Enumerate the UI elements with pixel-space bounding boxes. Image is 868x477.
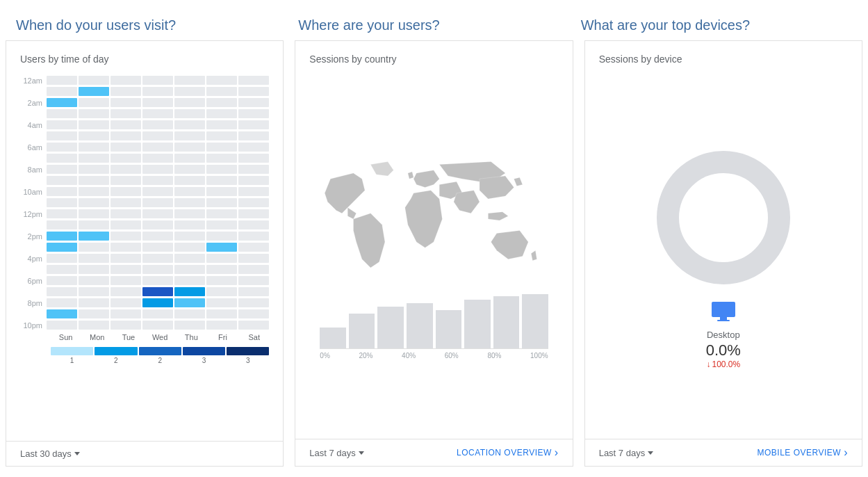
time-label-8am: 8am	[20, 165, 47, 174]
chevron-down-icon-1	[74, 452, 80, 455]
time-label-12pm: 12pm	[20, 210, 47, 218]
panel-time-of-day: Users by time of day 12am 2am 4am	[6, 40, 284, 467]
panel-3-footer: Last 7 days MOBILE OVERVIEW ›	[585, 439, 862, 466]
svg-rect-4	[717, 320, 730, 321]
period-selector-2[interactable]: Last 7 days	[309, 448, 364, 458]
day-fri: Fri	[208, 333, 238, 341]
device-info: Desktop 0.0% ↓ 100.0%	[706, 301, 741, 369]
time-label-4pm: 4pm	[20, 254, 47, 263]
panel-2-header: Sessions by country	[295, 41, 572, 72]
day-sun: Sun	[51, 333, 81, 341]
location-overview-label: LOCATION OVERVIEW	[457, 448, 552, 458]
legend-num-5: 3	[246, 357, 250, 364]
legend-num-1: 1	[70, 357, 74, 364]
time-label-12am: 12am	[20, 76, 47, 85]
period-selector-3[interactable]: Last 7 days	[599, 448, 654, 458]
bar-axis: 0% 20% 40% 60% 80% 100%	[320, 352, 548, 359]
time-label-10pm: 10pm	[20, 321, 47, 330]
device-name-label: Desktop	[707, 330, 740, 340]
section-title-3: What are your top devices?	[581, 17, 750, 33]
device-percent-value: 0.0%	[706, 341, 741, 359]
svg-rect-3	[720, 317, 727, 320]
panel-1-footer: Last 30 days	[6, 441, 283, 466]
axis-label-80: 80%	[487, 352, 501, 359]
svg-rect-2	[714, 304, 733, 315]
mobile-overview-link[interactable]: MOBILE OVERVIEW ›	[758, 446, 848, 459]
bar-chart-container: 0% 20% 40% 60% 80% 100%	[309, 293, 558, 359]
location-overview-link[interactable]: LOCATION OVERVIEW ›	[457, 446, 559, 459]
chevron-down-icon-2	[359, 451, 364, 455]
heatmap-grid: 12am 2am 4am 6am	[20, 75, 269, 330]
legend-num-3: 2	[158, 357, 162, 364]
section-title-1: When do your users visit?	[16, 17, 176, 33]
day-mon: Mon	[82, 333, 112, 341]
donut-chart-svg	[647, 141, 800, 294]
time-label-8pm: 8pm	[20, 299, 47, 307]
heatmap-container: 12am 2am 4am 6am	[13, 72, 276, 441]
time-label-4am: 4am	[20, 121, 47, 129]
time-label-6pm: 6pm	[20, 277, 47, 285]
axis-label-40: 40%	[402, 352, 416, 359]
time-label-6am: 6am	[20, 143, 47, 152]
day-sat: Sat	[239, 333, 269, 341]
day-thu: Thu	[177, 333, 206, 341]
legend-item-3: 2	[139, 347, 181, 364]
chevron-down-icon-3	[648, 451, 653, 455]
legend-item-2: 2	[95, 347, 137, 364]
legend-item-5: 3	[227, 347, 269, 364]
device-change-value: ↓ 100.0%	[706, 359, 740, 369]
time-label-2pm: 2pm	[20, 232, 47, 241]
period-label-2: Last 7 days	[309, 448, 356, 458]
panel-2-footer: Last 7 days LOCATION OVERVIEW ›	[295, 439, 572, 466]
period-label-1: Last 30 days	[20, 448, 72, 459]
device-change-text: 100.0%	[712, 359, 740, 369]
period-label-3: Last 7 days	[599, 448, 646, 458]
arrow-down-icon: ↓	[706, 359, 710, 369]
panel-3-header: Sessions by device	[585, 41, 862, 72]
legend-item-4: 3	[183, 347, 225, 364]
heatmap-legend: 1 2 2 3	[20, 347, 269, 364]
svg-point-0	[668, 162, 779, 273]
section-title-2: Where are your users?	[298, 17, 439, 33]
day-wed: Wed	[145, 333, 175, 341]
legend-num-4: 3	[202, 357, 206, 364]
panel-sessions-country: Sessions by country	[295, 40, 573, 467]
axis-label-60: 60%	[445, 352, 459, 359]
map-container: 0% 20% 40% 60% 80% 100%	[302, 72, 565, 439]
panel-sessions-device: Sessions by device	[584, 40, 862, 467]
time-label-2am: 2am	[20, 99, 47, 107]
legend-item-1: 1	[51, 347, 93, 364]
chevron-right-icon-3: ›	[844, 446, 848, 459]
desktop-icon	[711, 301, 736, 327]
day-tue: Tue	[113, 333, 143, 341]
chevron-right-icon-2: ›	[555, 446, 559, 459]
bar-chart	[320, 293, 548, 349]
axis-label-0: 0%	[320, 352, 329, 359]
panel-1-header: Users by time of day	[6, 41, 283, 72]
axis-label-100: 100%	[530, 352, 548, 359]
axis-label-20: 20%	[359, 352, 372, 359]
legend-num-2: 2	[114, 357, 118, 364]
period-selector-1[interactable]: Last 30 days	[20, 448, 80, 459]
mobile-overview-label: MOBILE OVERVIEW	[758, 448, 842, 458]
donut-container: Desktop 0.0% ↓ 100.0%	[592, 72, 855, 439]
world-map-svg	[319, 151, 548, 290]
time-label-10am: 10am	[20, 188, 47, 196]
day-labels: Sun Mon Tue Wed Thu Fri Sat	[20, 333, 269, 341]
